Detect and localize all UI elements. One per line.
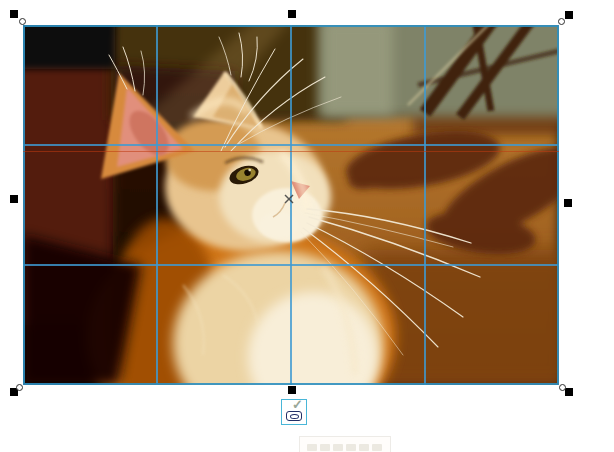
crop-handle-bottom-center[interactable] [288, 386, 296, 394]
crop-handle-top-left[interactable] [10, 10, 18, 18]
corner-rotation-indicator-bottom-left[interactable] [16, 384, 23, 391]
widget-glyph-icon [286, 411, 302, 421]
crop-handle-middle-left[interactable] [10, 195, 18, 203]
corner-rotation-indicator-bottom-right[interactable] [559, 384, 566, 391]
apply-crop-button[interactable]: ✓ [281, 399, 307, 425]
corner-rotation-indicator-top-left[interactable] [19, 18, 26, 25]
crop-handle-middle-right[interactable] [564, 199, 572, 207]
crop-handle-bottom-right[interactable] [565, 388, 573, 396]
cat-photo[interactable] [23, 25, 559, 385]
crop-handle-top-right[interactable] [565, 11, 573, 19]
checkmark-icon: ✓ [292, 397, 303, 412]
watermark-box [299, 436, 391, 452]
red-guideline[interactable] [23, 151, 559, 152]
corner-rotation-indicator-top-right[interactable] [558, 18, 565, 25]
crop-handle-top-center[interactable] [288, 10, 296, 18]
rotation-center-marker[interactable] [282, 192, 296, 206]
drawing-canvas: ✓ [0, 0, 614, 452]
